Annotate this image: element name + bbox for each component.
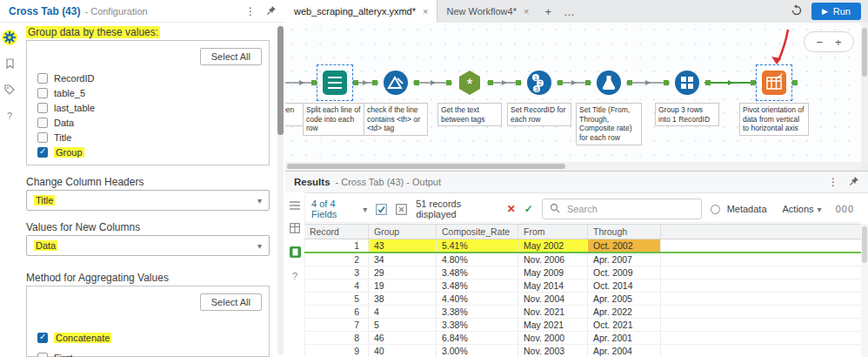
cell[interactable]: 3.38% [437,319,518,331]
cell[interactable]: Oct. 2002 [588,239,661,252]
cell[interactable]: 1 [304,239,369,252]
output-anchor[interactable] [414,80,419,85]
table-row[interactable]: 8 46 6.84% Nov. 2000 Apr. 2001 [304,332,861,345]
cell[interactable]: 29 [369,266,437,279]
field-option-title[interactable]: Title [27,130,269,145]
cell[interactable]: 3.48% [437,266,518,279]
output-anchor[interactable] [792,80,798,85]
cell[interactable]: 8 [304,332,369,344]
cell[interactable]: 3.48% [437,280,518,292]
bookmark-icon[interactable] [2,56,17,71]
field-option-recordid[interactable]: RecordID [27,71,269,85]
checkbox[interactable] [37,103,48,113]
cell[interactable]: Apr. 2007 [588,253,661,266]
tab-workflow-1[interactable]: web_scraping_alteryx.yxmd* × [285,0,437,23]
tool-formula-set-title[interactable]: Set Title (From, Through, Composite rate… [574,66,644,145]
errors-filter-icon[interactable]: ✕ [507,203,516,215]
column-header-group[interactable]: Group [369,225,437,239]
method-option-first[interactable]: First [27,350,269,357]
cell[interactable]: Apr. 2005 [588,293,661,305]
cell[interactable]: Apr. 2004 [588,345,661,357]
cell[interactable]: 4.80% [437,253,518,266]
cell[interactable]: Apr. 2022 [588,306,661,318]
canvas-horizontal-scrollbar[interactable] [285,162,861,171]
cell[interactable]: 3.38% [437,306,518,318]
actions-dropdown[interactable]: Actions ▾ [783,204,822,214]
close-icon[interactable]: × [423,6,428,17]
input-anchor[interactable] [585,80,591,85]
table-view-icon[interactable] [290,223,300,235]
checkbox[interactable] [37,147,48,158]
cell[interactable]: 19 [369,280,437,292]
success-filter-icon[interactable]: ✓ [524,203,533,215]
gear-icon[interactable] [2,30,17,45]
scrollbar-thumb[interactable] [862,28,867,77]
input-anchor[interactable] [751,80,756,85]
cell[interactable]: 5 [369,319,437,331]
input-anchor[interactable] [446,80,451,85]
tool-text-to-columns[interactable]: Split each line of code into each row [300,66,370,136]
cell[interactable]: 3 [304,266,369,279]
table-row[interactable]: 5 38 4.40% Nov. 2004 Apr. 2005 [304,293,861,306]
output-anchor[interactable] [353,80,358,85]
workflow-canvas[interactable]: ween g Split each line of code into each… [285,23,861,162]
cell[interactable]: 5.41% [437,239,518,252]
fields-dropdown[interactable]: 4 of 4 Fields ▾ [311,199,367,219]
more-tabs-button[interactable]: … [558,5,579,18]
checkbox[interactable] [37,118,48,128]
help-icon[interactable]: ? [2,108,17,124]
cell[interactable]: 4 [304,280,369,292]
results-vertical-scrollbar[interactable] [861,224,868,357]
select-all-button[interactable]: Select All [200,48,262,65]
select-fields-icon[interactable] [376,204,387,215]
cell[interactable]: Nov. 2004 [518,293,588,305]
input-anchor[interactable] [664,80,669,85]
cell[interactable]: 5 [304,293,369,305]
column-header-through[interactable]: Through [588,225,661,239]
checkbox[interactable] [37,353,48,357]
scrollbar-thumb[interactable] [287,164,565,169]
checkbox[interactable] [37,132,48,143]
table-row[interactable]: 7 5 3.38% May 2021 Oct. 2021 [304,319,861,332]
cell[interactable]: Nov. 2021 [518,306,588,318]
table-row[interactable]: 3 29 3.48% May 2009 Oct. 2009 [304,266,861,280]
field-option-table-5[interactable]: table_5 [27,85,269,100]
kebab-menu-icon[interactable]: ⋮ [245,5,256,17]
zoom-in-button[interactable]: + [835,36,842,49]
field-option-last-table[interactable]: last_table [27,100,269,115]
output-anchor[interactable] [705,80,711,85]
table-row[interactable]: 2 34 4.80% Nov. 2006 Apr. 2007 [304,253,861,266]
tool-record-id[interactable]: 123 Set RecordID for each row [504,66,574,126]
column-header-from[interactable]: From [518,225,588,239]
run-button[interactable]: ▶ Run [811,3,861,20]
cell[interactable]: 2 [304,253,369,266]
field-option-group[interactable]: Group [27,145,269,159]
cell[interactable]: May 2014 [518,280,588,292]
tool-cross-tab[interactable]: Pivot orientation of data from vertical … [739,66,809,136]
list-view-icon[interactable] [290,201,300,212]
method-option-concatenate[interactable]: Concatenate [27,330,269,345]
checkbox[interactable] [37,73,48,84]
new-tab-button[interactable]: + [537,5,558,18]
cell[interactable]: Oct. 2021 [588,319,661,331]
table-row[interactable]: 4 19 3.48% May 2014 Oct. 2014 [304,280,861,293]
output-anchor[interactable] [488,80,493,85]
table-row[interactable]: 9 40 3.00% Nov. 2003 Apr. 2004 [304,345,861,357]
cell[interactable]: Nov. 2003 [518,345,588,357]
tab-workflow-2[interactable]: New Workflow4* × [437,0,537,23]
cell[interactable]: Oct. 2014 [588,280,661,292]
history-icon[interactable] [791,4,803,18]
column-header-composite-rate[interactable]: Composite_Rate [437,225,518,239]
checkbox[interactable] [37,88,48,98]
search-input[interactable] [565,203,691,215]
cell[interactable]: 6.84% [437,332,518,344]
input-anchor[interactable] [311,80,317,85]
cell[interactable]: Nov. 2000 [518,332,588,344]
select-all-button[interactable]: Select All [200,293,262,311]
cell[interactable]: May 2009 [518,266,588,279]
cell[interactable]: 46 [369,332,437,344]
scrollbar-thumb[interactable] [277,26,284,135]
cell[interactable]: 40 [369,345,437,357]
cell[interactable]: Oct. 2009 [588,266,661,279]
scrollbar-thumb[interactable] [862,226,867,263]
